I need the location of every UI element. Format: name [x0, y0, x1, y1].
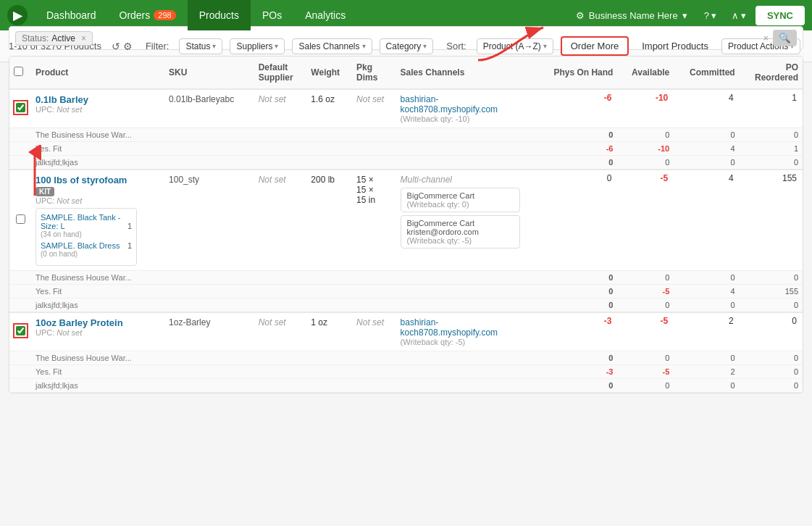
row3-spacer	[524, 312, 535, 351]
row2-supplier-cell: Not set	[254, 170, 307, 271]
row1-pkg-cell: Not set	[352, 89, 396, 128]
filter-label: Filter:	[146, 41, 169, 51]
toolbar-icons: ↺ ⚙	[112, 41, 133, 52]
row1-w2-committed: 4	[674, 142, 739, 156]
row2-sku-cell: 100_sty	[164, 170, 254, 271]
row1-po: 1	[740, 89, 803, 128]
clear-search-button[interactable]: ×	[763, 33, 769, 43]
activity-icon: ∧	[732, 10, 739, 21]
sales-channels-filter[interactable]: Sales Channels ▾	[292, 38, 372, 54]
row1-w1-phys: 0	[535, 128, 618, 142]
nav-analytics[interactable]: Analytics	[293, 0, 357, 30]
import-products-button[interactable]: Import Products	[636, 38, 714, 54]
nav-dashboard[interactable]: Dashboard	[35, 0, 108, 30]
row3-po: 0	[740, 312, 803, 351]
row3-sku: 1oz-Barley	[169, 317, 250, 327]
activity-button[interactable]: ∧ ▾	[726, 7, 752, 24]
row1-weight-cell: 1.6 oz	[306, 89, 352, 128]
row1-warehouse1-label: The Business House War...	[31, 128, 524, 142]
gear-icon: ⚙	[576, 10, 585, 21]
nav-orders[interactable]: Orders 298	[108, 0, 188, 30]
row1-warehouse3-label: jalksjfd;lkjas	[31, 156, 524, 170]
help-chevron-icon: ▾	[711, 10, 716, 21]
select-all-checkbox[interactable]	[14, 67, 23, 76]
app-logo[interactable]: ▶	[7, 5, 28, 25]
row1-sku: 0.01lb-Barleyabc	[169, 94, 250, 104]
search-button[interactable]: 🔍	[773, 30, 797, 46]
row2-weight-cell: 200 lb	[306, 170, 352, 271]
table-row: jalksjfd;lkjas 0 0 0 0	[9, 299, 803, 313]
nav-pos[interactable]: POs	[251, 0, 293, 30]
nav-right: ⚙ Business Name Here ▾ ? ▾ ∧ ▾ SYNC	[569, 6, 805, 25]
row1-w2-po: 1	[740, 142, 803, 156]
row2-warehouse1-label: The Business House War...	[31, 271, 524, 285]
row3-checkbox[interactable]	[16, 326, 25, 335]
row3-w2-po: 0	[740, 365, 803, 379]
row1-w1-avail: 0	[617, 128, 674, 142]
row3-writeback: (Writeback qty: -5)	[401, 338, 520, 346]
row1-writeback: (Writeback qty: -10)	[401, 114, 520, 123]
row3-product-cell: 10oz Barley Protein UPC: Not set	[31, 312, 164, 351]
filter-tag-label: Status:	[22, 33, 49, 43]
row3-w3-committed: 0	[674, 379, 739, 393]
row2-channel1: BigCommerce Cart (Writeback qty: 0)	[401, 188, 520, 212]
col-committed: Committed	[674, 57, 739, 89]
table-row: Yes. Fit 0 -5 4 155	[9, 285, 803, 299]
col-phys-on-hand: Phys On Hand	[535, 57, 618, 89]
row1-checkbox[interactable]	[16, 103, 25, 112]
row2-available: -5	[617, 170, 674, 271]
category-chevron-icon: ▾	[423, 42, 427, 50]
row1-w3-avail: 0	[617, 156, 674, 170]
row2-warehouse2-label: Yes. Fit	[31, 285, 524, 299]
business-selector[interactable]: ⚙ Business Name Here ▾	[569, 10, 695, 21]
row3-w1-committed: 0	[674, 351, 739, 365]
suppliers-filter[interactable]: Suppliers ▾	[230, 38, 285, 54]
order-more-button[interactable]: Order More	[561, 36, 629, 56]
table-row: jalksjfd;lkjas 0 0 0 0	[9, 379, 803, 393]
row2-product-name[interactable]: 100 lbs of styrofoam	[35, 175, 160, 185]
row2-w3-phys: 0	[535, 299, 618, 313]
row1-channel-link[interactable]: bashirian-koch8708.myshopify.com	[401, 94, 498, 114]
row1-available: -10	[617, 89, 674, 128]
col-checkbox	[9, 57, 31, 89]
row2-w1-committed: 0	[674, 271, 739, 285]
suppliers-chevron-icon: ▾	[275, 42, 278, 50]
row3-warehouse2-label: Yes. Fit	[31, 365, 524, 379]
row3-channel-link[interactable]: bashirian-koch8708.myshopify.com	[401, 317, 498, 338]
chevron-down-icon: ▾	[682, 10, 687, 21]
kit-item: SAMPLE. Black Tank - Size: L 1 (34 on ha…	[41, 213, 132, 238]
row1-product-name[interactable]: 0.1lb Barley	[35, 94, 160, 105]
row1-checkbox-cell	[9, 89, 31, 128]
help-button[interactable]: ? ▾	[698, 7, 722, 24]
row2-w3-avail: 0	[617, 299, 674, 313]
row2-checkbox[interactable]	[16, 214, 25, 224]
refresh-icon[interactable]: ↺	[112, 41, 120, 52]
sales-channels-chevron-icon: ▾	[362, 42, 366, 50]
row3-supplier: Not set	[259, 317, 286, 327]
table-row: The Business House War... 0 0 0 0	[9, 271, 803, 285]
row3-product-name[interactable]: 10oz Barley Protein	[35, 317, 160, 328]
row2-w3-committed: 0	[674, 299, 739, 313]
row2-warehouse3-label: jalksjfd;lkjas	[31, 299, 524, 313]
remove-filter-button[interactable]: ×	[81, 33, 86, 43]
row1-warehouse2-label: Yes. Fit	[31, 142, 524, 156]
sort-dropdown[interactable]: Product (A→Z) ▾	[477, 38, 553, 54]
products-table: Product SKU DefaultSupplier Weight PkgDi…	[9, 56, 803, 393]
row2-w1-po: 0	[740, 271, 803, 285]
table-row: 100 lbs of styrofoam KIT UPC: Not set SA…	[9, 170, 803, 271]
status-filter[interactable]: Status ▾	[179, 38, 222, 54]
row3-channel: bashirian-koch8708.myshopify.com	[401, 317, 520, 338]
nav-products[interactable]: Products	[188, 0, 251, 30]
settings-icon[interactable]: ⚙	[123, 41, 133, 52]
row3-w2-phys: -3	[535, 365, 618, 379]
sync-button[interactable]: SYNC	[756, 6, 805, 25]
category-filter[interactable]: Category ▾	[380, 38, 434, 54]
col-sku: SKU	[164, 57, 254, 89]
row3-w2-committed: 2	[674, 365, 739, 379]
business-name: Business Name Here	[589, 10, 678, 21]
row1-w3-phys: 0	[535, 156, 618, 170]
row2-w2-avail: -5	[617, 285, 674, 299]
row1-spacer	[524, 89, 535, 128]
row2-supplier: Not set	[259, 175, 286, 185]
row2-pkg-cell: 15 ×15 ×15 in	[352, 170, 396, 271]
